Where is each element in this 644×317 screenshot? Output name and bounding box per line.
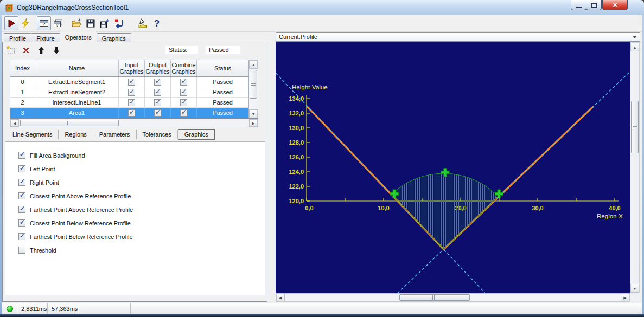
scrollbar-thumb[interactable]	[631, 101, 639, 153]
checkbox[interactable]	[180, 99, 187, 106]
table-row[interactable]: 0ExtractLineSegment1Passed	[10, 77, 248, 87]
checkbox[interactable]	[154, 109, 161, 117]
svg-text:126,0: 126,0	[289, 154, 304, 160]
scroll-left-icon[interactable]: ◀	[10, 119, 19, 127]
save-as-button[interactable]	[98, 16, 112, 30]
tab-fixture[interactable]: Fixture	[31, 33, 60, 42]
table-horizontal-scrollbar[interactable]: ◀ ▶	[10, 119, 258, 127]
cell-status: Passed	[197, 108, 248, 118]
checkbox[interactable]	[154, 99, 161, 106]
checkbox[interactable]	[18, 165, 25, 172]
table-row[interactable]: 1ExtractLineSegment2Passed	[10, 87, 248, 98]
checkbox[interactable]	[18, 219, 25, 227]
cell-name: Area1	[35, 108, 119, 118]
checkbox[interactable]	[180, 79, 187, 86]
show-results-button[interactable]: ?	[37, 16, 51, 30]
scroll-down-icon[interactable]: ▼	[630, 284, 639, 293]
subtab-regions[interactable]: Regions	[59, 130, 93, 139]
scrollbar-thumb[interactable]	[250, 70, 257, 99]
checkbox[interactable]	[180, 109, 187, 117]
subtab-tolerances[interactable]: Tolerances	[137, 130, 178, 139]
cell-checkbox	[145, 77, 171, 87]
table-vertical-scrollbar[interactable]: ▲ ▼	[248, 60, 258, 118]
operator-subtabs: Line SegmentsRegionsParametersTolerances…	[7, 128, 215, 140]
tab-operators[interactable]: Operators	[60, 31, 97, 42]
scrollbar-thumb[interactable]	[20, 120, 119, 126]
move-up-button[interactable]	[35, 45, 47, 56]
checkbox[interactable]	[180, 89, 187, 96]
cell-name: ExtractLineSegment2	[35, 87, 119, 97]
svg-text:?: ?	[56, 23, 58, 27]
svg-text:130,0: 130,0	[289, 125, 304, 131]
cell-checkbox	[119, 98, 145, 107]
float-results-button[interactable]: ?	[51, 16, 65, 30]
minimize-button[interactable]	[571, 0, 586, 10]
delete-operator-button[interactable]	[20, 45, 32, 56]
move-down-button[interactable]	[50, 45, 62, 56]
cell-index: 1	[10, 87, 35, 97]
cell-index: 0	[10, 77, 35, 87]
save-as-icon	[99, 18, 110, 29]
scroll-up-icon[interactable]: ▲	[630, 43, 639, 51]
cell-status: Passed	[197, 87, 248, 97]
scroll-right-icon[interactable]: ▶	[621, 294, 629, 301]
electrode-button[interactable]	[136, 16, 150, 30]
display-source-combo[interactable]: Current.Profile	[276, 32, 640, 42]
tab-graphics[interactable]: Graphics	[97, 33, 131, 42]
checkbox[interactable]	[18, 233, 25, 240]
svg-text:128,0: 128,0	[289, 139, 304, 146]
run-button[interactable]	[4, 16, 18, 30]
svg-text:?: ?	[43, 22, 46, 27]
checkbox[interactable]	[18, 247, 25, 254]
checkbox[interactable]	[18, 206, 25, 213]
subtab-line-segments[interactable]: Line Segments	[7, 130, 59, 139]
subtab-parameters[interactable]: Parameters	[93, 130, 137, 139]
graphics-option: Farthest Point Above Reference Profile	[5, 203, 265, 216]
column-header[interactable]: Output Graphics	[145, 60, 171, 76]
table-row[interactable]: 3Area1Passed	[10, 108, 248, 118]
column-header[interactable]: Combine Graphics	[171, 60, 197, 76]
checkbox[interactable]	[128, 79, 135, 86]
new-operator-button[interactable]	[5, 45, 17, 56]
save-button[interactable]	[84, 16, 98, 30]
title-bar[interactable]: Cog3DRangeImageCrossSectionTool1 ×	[0, 0, 644, 15]
maximize-button[interactable]	[586, 0, 602, 10]
help-icon: ?	[151, 18, 162, 29]
profile-chart[interactable]: 134,0132,0130,0128,0126,0124,0122,0120,0…	[276, 42, 630, 293]
scroll-right-icon[interactable]: ▶	[249, 119, 258, 127]
checkbox[interactable]	[128, 99, 135, 106]
checkbox[interactable]	[128, 109, 135, 117]
main-tabs: ProfileFixtureOperatorsGraphics	[4, 33, 131, 42]
combo-dropdown-button[interactable]	[631, 34, 639, 40]
open-button[interactable]	[69, 16, 84, 30]
live-run-button[interactable]	[18, 16, 33, 30]
app-window: Cog3DRangeImageCrossSectionTool1 × ?	[0, 0, 644, 317]
scroll-left-icon[interactable]: ◀	[276, 294, 285, 301]
svg-text:122,0: 122,0	[289, 183, 304, 190]
checkbox[interactable]	[18, 179, 25, 186]
column-header[interactable]: Status	[197, 60, 248, 76]
subtab-graphics[interactable]: Graphics	[178, 129, 215, 140]
help-button[interactable]: ?	[150, 16, 164, 30]
column-header[interactable]: Index	[10, 60, 35, 76]
checkbox[interactable]	[18, 192, 25, 199]
scroll-up-icon[interactable]: ▲	[249, 60, 258, 69]
column-header[interactable]: Name	[35, 60, 119, 76]
column-header[interactable]: Input Graphics	[119, 60, 145, 76]
graphics-options-panel: Fill Area BackgroundLeft PointRight Poin…	[5, 141, 265, 295]
checkbox[interactable]	[154, 89, 161, 96]
checkbox[interactable]	[128, 89, 135, 96]
checkbox[interactable]	[154, 79, 161, 86]
status-bar: 2,8311ms 57,363ms	[2, 303, 642, 314]
table-row[interactable]: 2IntersectLineLine1Passed	[10, 98, 248, 108]
tab-profile[interactable]: Profile	[4, 33, 31, 42]
scrollbar-thumb[interactable]	[399, 294, 470, 301]
svg-text:0,0: 0,0	[305, 205, 313, 211]
option-label: Left Point	[30, 166, 55, 172]
checkbox[interactable]	[18, 152, 25, 159]
chart-vertical-scrollbar[interactable]: ▲ ▼	[630, 42, 640, 293]
close-button[interactable]: ×	[602, 0, 628, 10]
chart-horizontal-scrollbar[interactable]: ◀ ▶	[276, 293, 630, 302]
reset-button[interactable]	[112, 16, 126, 30]
scroll-down-icon[interactable]: ▼	[249, 109, 258, 118]
